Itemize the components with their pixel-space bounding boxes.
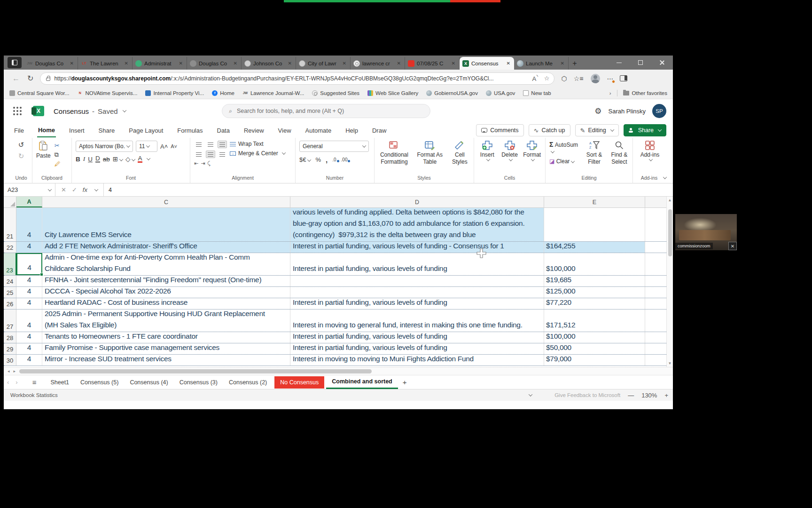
sheet-tab-consensus-3-[interactable]: Consensus (3) — [174, 376, 223, 389]
close-tab-icon[interactable]: ✕ — [560, 61, 565, 66]
cell-A30[interactable]: 4 — [16, 355, 42, 365]
close-tab-icon[interactable]: ✕ — [506, 61, 511, 66]
cell-A23[interactable]: 4 — [16, 253, 42, 275]
ribbon-tab-formulas[interactable]: Formulas — [176, 124, 203, 137]
find-select-button[interactable]: Find & Select — [610, 141, 629, 166]
cell-D21[interactable]: various levels of funding applied. Delta… — [290, 208, 544, 241]
row-header-29[interactable]: 29 — [4, 343, 16, 354]
app-launcher-icon[interactable] — [12, 106, 23, 116]
scroll-down-icon[interactable]: ▼ — [668, 360, 672, 367]
insert-function-icon[interactable]: fx — [83, 186, 87, 194]
cell-E21[interactable] — [544, 208, 645, 241]
decrease-decimal-icon[interactable]: .00 — [341, 157, 348, 162]
close-tab-icon[interactable]: ✕ — [451, 61, 456, 66]
chevron-down-icon[interactable] — [529, 392, 532, 396]
double-underline-icon[interactable]: D — [95, 156, 100, 163]
sheet-tab-consensus-4-[interactable]: Consensus (4) — [124, 376, 173, 389]
cell-E26[interactable]: $77,220 — [544, 298, 645, 309]
row-header-25[interactable]: 25 — [4, 287, 16, 298]
addins-button[interactable]: Add-ins — [637, 141, 663, 161]
sheet-next-icon[interactable]: › — [16, 379, 17, 386]
cell-C24[interactable]: FFNHA - Joint sestercentennial "Finding … — [42, 276, 290, 286]
font-name-select[interactable]: Aptos Narrow (Bo... — [76, 141, 133, 152]
row-header-23[interactable]: 23 — [4, 253, 16, 275]
sort-filter-button[interactable]: AZ Sort & Filter — [584, 141, 604, 166]
format-cells-button[interactable]: Format — [523, 141, 541, 161]
close-tab-icon[interactable]: ✕ — [69, 61, 75, 66]
browser-tab[interactable]: Douglas Co✕ — [187, 57, 242, 70]
chevron-down-icon[interactable] — [122, 108, 126, 112]
delete-cells-button[interactable]: Delete — [500, 141, 519, 161]
zoom-out-icon[interactable]: — — [628, 392, 634, 399]
close-tab-icon[interactable]: ✕ — [178, 61, 184, 66]
vertical-tabs-icon[interactable] — [8, 57, 22, 68]
row-header-27[interactable]: 27 — [4, 310, 16, 332]
comments-button[interactable]: Comments — [476, 124, 523, 136]
align-center-icon[interactable] — [206, 151, 215, 158]
cell-D26[interactable]: Interest in partial funding, various lev… — [290, 298, 544, 309]
favorite-star-icon[interactable]: ☆ — [544, 75, 550, 82]
close-tab-icon[interactable]: ✕ — [124, 61, 129, 66]
bold-icon[interactable]: B — [76, 156, 80, 163]
format-as-table-button[interactable]: Format As Table — [414, 141, 446, 166]
cell-E27[interactable]: $171,512 — [544, 310, 645, 332]
row-header-30[interactable]: 30 — [4, 355, 16, 365]
browser-tab[interactable]: Launch Me✕ — [514, 57, 569, 70]
search-input[interactable]: ⌕ Search for tools, help, and more (Alt … — [222, 104, 430, 118]
row-header-22[interactable]: 22 — [4, 242, 16, 253]
name-box[interactable]: A23 — [4, 183, 55, 196]
sidebar-icon[interactable] — [620, 75, 627, 81]
column-header-E[interactable]: E — [544, 197, 645, 207]
cell-D28[interactable]: Interest in partial funding, various lev… — [290, 332, 544, 343]
cell-C25[interactable]: DCCCA - Special Alcohol Tax 2022-2026 — [42, 287, 290, 298]
align-bottom-icon[interactable] — [218, 141, 227, 148]
align-middle-icon[interactable] — [206, 141, 215, 148]
browser-tab[interactable]: JWDouglas Co✕ — [23, 57, 78, 70]
cut-icon[interactable]: ✂ — [55, 142, 61, 149]
close-tab-icon[interactable]: ✕ — [396, 61, 402, 66]
increase-indent-icon[interactable]: ⇥ — [201, 160, 205, 167]
ribbon-tab-automate[interactable]: Automate — [304, 124, 333, 137]
insert-cells-button[interactable]: Insert — [478, 141, 497, 161]
new-tab-button[interactable]: + — [569, 57, 581, 70]
browser-tab[interactable]: City of Lawr✕ — [296, 57, 351, 70]
row-header-24[interactable]: 24 — [4, 276, 16, 286]
extensions-icon[interactable]: ⬡ — [561, 75, 567, 82]
sheet-tab-no-consensus[interactable]: No Consensus — [274, 376, 324, 389]
cell-D23[interactable]: Interest in partial funding, various lev… — [290, 253, 544, 275]
sheet-tab-sheet1[interactable]: Sheet1 — [45, 376, 75, 389]
align-top-icon[interactable] — [194, 141, 203, 148]
bookmarks-overflow-icon[interactable]: › — [609, 90, 611, 96]
borders-icon[interactable]: ⊞ — [113, 155, 123, 163]
format-painter-icon[interactable]: 🖉 — [55, 160, 61, 167]
cell-D24[interactable] — [290, 276, 544, 286]
font-color-icon[interactable]: A — [138, 155, 142, 163]
cell-E22[interactable]: $164,255 — [544, 242, 645, 253]
column-header-A[interactable]: A — [16, 197, 42, 207]
cell-E28[interactable]: $100,000 — [544, 332, 645, 343]
browser-tab[interactable]: 07/08/25 C✕ — [405, 57, 460, 70]
bookmark-item[interactable]: JWLawrence Journal-W... — [242, 90, 304, 96]
row-header-28[interactable]: 28 — [4, 332, 16, 343]
favorites-list-icon[interactable]: ☆≡ — [574, 75, 584, 82]
sheet-tab-consensus-2-[interactable]: Consensus (2) — [223, 376, 273, 389]
cell-C27[interactable]: 2025 Admin - Permanent Supportive Housin… — [42, 310, 290, 332]
cell-A22[interactable]: 4 — [16, 242, 42, 253]
sheet-tab-combined-and-sorted[interactable]: Combined and sorted — [326, 375, 398, 389]
align-right-icon[interactable] — [218, 151, 227, 158]
bookmark-item[interactable]: USA.gov — [486, 90, 515, 96]
scrollbar-thumb[interactable] — [668, 209, 672, 256]
cell-E25[interactable]: $125,000 — [544, 287, 645, 298]
paste-button[interactable]: Paste — [36, 141, 51, 167]
bookmark-item[interactable]: Central Square Wor... — [9, 90, 69, 96]
minimize-button[interactable] — [608, 56, 630, 70]
cell-D25[interactable] — [290, 287, 544, 298]
all-sheets-icon[interactable]: ≡ — [32, 378, 37, 386]
cell-E24[interactable]: $19,685 — [544, 276, 645, 286]
ribbon-tab-share[interactable]: Share — [98, 124, 116, 137]
percent-icon[interactable]: % — [315, 156, 321, 163]
more-menu-icon[interactable]: ⋯ — [607, 75, 613, 82]
row-header-21[interactable]: 21 — [4, 208, 16, 241]
sheet-prev-icon[interactable]: ‹ — [7, 379, 9, 386]
sheet-tab-consensus-5-[interactable]: Consensus (5) — [75, 376, 124, 389]
